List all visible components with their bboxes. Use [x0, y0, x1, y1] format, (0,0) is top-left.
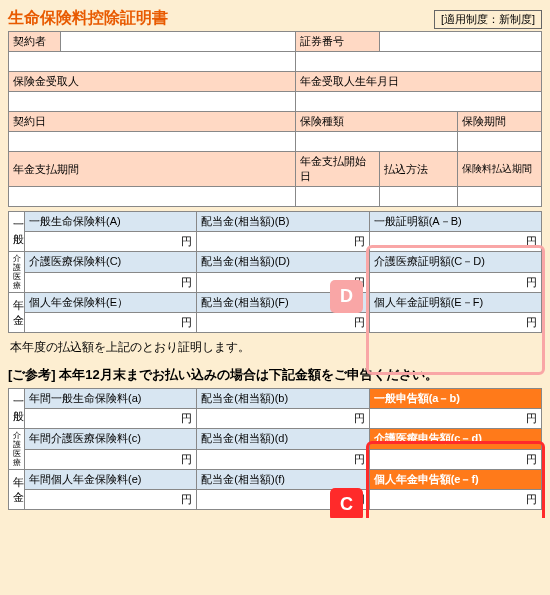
label-f: 配当金(相当額)(f): [197, 470, 369, 490]
label-AB: 一般証明額(A－B): [369, 212, 541, 232]
value-F: 円: [197, 313, 369, 333]
label-B: 配当金(相当額)(B): [197, 212, 369, 232]
beneficiary-label: 保険金受取人: [9, 72, 296, 92]
label-E: 個人年金保険料(E）: [25, 293, 197, 313]
label-a: 年間一般生命保険料(a): [25, 389, 197, 409]
label-cd: 介護医療申告額(c－d): [369, 429, 541, 450]
label-c: 年間介護医療保険料(c): [25, 429, 197, 450]
value-e: 円: [25, 490, 197, 510]
value-AB: 円: [369, 232, 541, 252]
system-label: [適用制度：新制度]: [434, 10, 542, 29]
label-b: 配当金(相当額)(b): [197, 389, 369, 409]
doc-title: 生命保険料控除証明書: [8, 8, 168, 29]
label-A: 一般生命保険料(A): [25, 212, 197, 232]
ins-period-label: 保険期間: [458, 112, 542, 132]
reference-text: [ご参考] 本年12月末までお払い込みの場合は下記金額をご申告ください。: [8, 366, 542, 388]
value-EF: 円: [369, 313, 541, 333]
badge-D: D: [330, 280, 363, 313]
pension-pay-period-label: 年金支払期間: [9, 152, 296, 187]
row-care-b: 介護医療: [9, 429, 25, 470]
label-e: 年間個人年金保険料(e): [25, 470, 197, 490]
value-A: 円: [25, 232, 197, 252]
value-cd: 円: [369, 449, 541, 470]
badge-C: C: [330, 488, 363, 518]
row-general: 一般: [9, 212, 25, 252]
ins-type-label: 保険種類: [296, 112, 458, 132]
pension-start-date-label: 年金支払開始日: [296, 152, 380, 187]
label-d: 配当金(相当額)(d): [197, 429, 369, 450]
label-EF: 個人年金証明額(E－F): [369, 293, 541, 313]
value-B: 円: [197, 232, 369, 252]
policy-no-label: 証券番号: [296, 32, 380, 52]
row-pension-b: 年金: [9, 470, 25, 510]
contract-date-label: 契約日: [9, 112, 296, 132]
certification-text: 本年度の払込額を上記のとおり証明します。: [8, 333, 542, 366]
label-C: 介護医療保険料(C): [25, 252, 197, 273]
annuitant-dob-label: 年金受取人生年月日: [296, 72, 542, 92]
value-c: 円: [25, 449, 197, 470]
value-ef: 円: [369, 490, 541, 510]
value-CD: 円: [369, 272, 541, 293]
row-care: 介護医療: [9, 252, 25, 293]
value-a: 円: [25, 409, 197, 429]
premium-pay-period-label: 保険料払込期間: [458, 152, 542, 187]
value-d: 円: [197, 449, 369, 470]
label-ab: 一般申告額(a－b): [369, 389, 541, 409]
certification-table: 一般 一般生命保険料(A) 配当金(相当額)(B) 一般証明額(A－B) 円 円…: [8, 211, 542, 333]
label-D: 配当金(相当額)(D): [197, 252, 369, 273]
contract-info-table: 契約者 証券番号 保険金受取人 年金受取人生年月日 契約日 保険種類 保険期間 …: [8, 31, 542, 207]
pay-method-label: 払込方法: [380, 152, 458, 187]
value-E: 円: [25, 313, 197, 333]
row-pension: 年金: [9, 293, 25, 333]
declaration-table: 一般 年間一般生命保険料(a) 配当金(相当額)(b) 一般申告額(a－b) 円…: [8, 388, 542, 510]
value-ab: 円: [369, 409, 541, 429]
contractor-label: 契約者: [9, 32, 61, 52]
label-CD: 介護医療証明額(C－D): [369, 252, 541, 273]
value-C: 円: [25, 272, 197, 293]
value-b: 円: [197, 409, 369, 429]
label-ef: 個人年金申告額(e－f): [369, 470, 541, 490]
row-general-b: 一般: [9, 389, 25, 429]
